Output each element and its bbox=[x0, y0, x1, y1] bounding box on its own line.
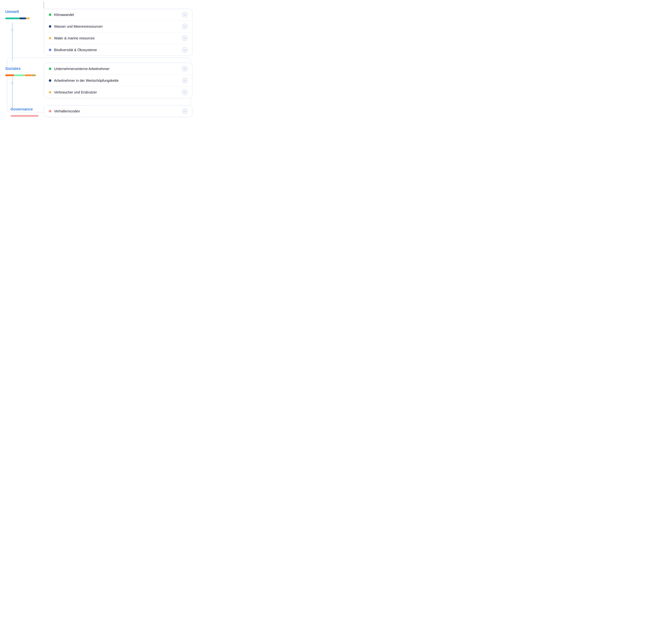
refresh-icon-8 bbox=[184, 110, 186, 112]
arbeitnehmer-wertschoepfung-action[interactable] bbox=[182, 78, 187, 83]
soziales-section: Soziales Unternehmensinterne Arbeitnehme… bbox=[3, 61, 192, 98]
klimawandel-dot bbox=[49, 14, 51, 16]
umwelt-left: Umwelt bbox=[3, 9, 44, 19]
soziales-node-1 bbox=[11, 82, 13, 84]
biodiversitat-dot bbox=[49, 49, 51, 51]
biodiversitat-left: Biodiversität & Ökosysteme bbox=[49, 48, 97, 52]
soziales-bar-seg-2 bbox=[25, 74, 31, 76]
klimawandel-label: Klimawandel bbox=[54, 13, 74, 17]
unternehmensinterne-left: Unternehmensinterne Arbeitnehmer bbox=[49, 67, 109, 71]
arbeitnehmer-wertschoepfung-label: Arbeitnehmer in der Wertschöpfungskette bbox=[54, 78, 119, 83]
governance-label: Governance bbox=[11, 107, 44, 112]
umwelt-bar bbox=[5, 17, 40, 19]
umwelt-bar-seg-2 bbox=[26, 17, 30, 19]
klimawandel-left: Klimawandel bbox=[49, 13, 74, 17]
umwelt-bar-seg-1 bbox=[19, 17, 26, 19]
soziales-left: Soziales bbox=[3, 61, 44, 76]
umwelt-node-1 bbox=[11, 29, 13, 31]
governance-left: Governance bbox=[3, 103, 44, 117]
unternehmensinterne-label: Unternehmensinterne Arbeitnehmer bbox=[54, 67, 109, 71]
arbeitnehmer-wertschoepfung-row[interactable]: Arbeitnehmer in der Wertschöpfungskette bbox=[44, 75, 192, 86]
umwelt-connector-v bbox=[12, 23, 13, 61]
verhaltenscodex-dot bbox=[49, 110, 51, 112]
water-marine-label: Water & marine resources bbox=[54, 36, 95, 40]
governance-bar bbox=[11, 115, 45, 117]
verhaltenscodex-action[interactable] bbox=[182, 108, 187, 114]
soziales-label: Soziales bbox=[5, 66, 44, 71]
soziales-card-group: Unternehmensinterne Arbeitnehmer Arbeitn… bbox=[44, 63, 192, 98]
water-marine-action[interactable] bbox=[182, 35, 187, 41]
umwelt-top-connector bbox=[44, 2, 44, 9]
governance-bar-seg-0 bbox=[11, 115, 39, 117]
water-marine-row[interactable]: Water & marine resources bbox=[44, 32, 192, 44]
biodiversitat-label: Biodiversität & Ökosysteme bbox=[54, 48, 97, 52]
umwelt-card-group: Klimawandel Wasser und Meeresressourcen bbox=[44, 9, 192, 56]
klimawandel-action[interactable] bbox=[182, 12, 187, 17]
verbraucher-row[interactable]: Verbraucher und Endnutzer bbox=[44, 86, 192, 98]
verbraucher-action[interactable] bbox=[182, 90, 187, 95]
wasser-meeresressourcen-left: Wasser und Meeresressourcen bbox=[49, 25, 103, 29]
verbraucher-label: Verbraucher und Endnutzer bbox=[54, 90, 97, 94]
governance-section: Governance Verhaltenscodex bbox=[3, 103, 192, 119]
refresh-icon-2 bbox=[184, 25, 186, 28]
refresh-icon-7 bbox=[184, 91, 186, 93]
biodiversitat-row[interactable]: Biodiversität & Ökosysteme bbox=[44, 44, 192, 56]
arbeitnehmer-wertschoepfung-dot bbox=[49, 79, 51, 82]
verbraucher-left: Verbraucher und Endnutzer bbox=[49, 90, 97, 94]
refresh-icon-4 bbox=[184, 49, 186, 51]
soziales-bar bbox=[5, 74, 40, 76]
wasser-action[interactable] bbox=[182, 24, 187, 29]
unternehmensinterne-action[interactable] bbox=[182, 66, 187, 71]
klimawandel-row[interactable]: Klimawandel bbox=[44, 9, 192, 21]
unternehmensinterne-dot bbox=[49, 68, 51, 70]
main-layout: Umwelt Klimawandel bbox=[3, 9, 192, 119]
verhaltenscodex-label: Verhaltenscodex bbox=[54, 109, 80, 113]
verhaltenscodex-row[interactable]: Verhaltenscodex bbox=[44, 105, 192, 117]
umwelt-bar-seg-0 bbox=[5, 17, 19, 19]
water-marine-left: Water & marine resources bbox=[49, 36, 95, 40]
water-marine-dot bbox=[49, 37, 51, 39]
refresh-icon-5 bbox=[184, 68, 186, 70]
governance-cards: Verhaltenscodex bbox=[44, 103, 192, 119]
wasser-meeresressourcen-row[interactable]: Wasser und Meeresressourcen bbox=[44, 21, 192, 32]
biodiversitat-action[interactable] bbox=[182, 47, 187, 53]
wasser-meeresressourcen-label: Wasser und Meeresressourcen bbox=[54, 25, 103, 29]
umwelt-cards: Klimawandel Wasser und Meeresressourcen bbox=[44, 9, 192, 56]
verhaltenscodex-left: Verhaltenscodex bbox=[49, 109, 80, 113]
umwelt-section: Umwelt Klimawandel bbox=[3, 9, 192, 56]
arbeitnehmer-wertschoepfung-left: Arbeitnehmer in der Wertschöpfungskette bbox=[49, 78, 119, 83]
verbraucher-dot bbox=[49, 91, 51, 93]
refresh-icon bbox=[184, 14, 186, 16]
refresh-icon-6 bbox=[184, 79, 186, 82]
wasser-dot bbox=[49, 25, 51, 28]
soziales-bar-seg-0 bbox=[5, 74, 14, 76]
soziales-bar-seg-1 bbox=[14, 74, 25, 76]
soziales-cards: Unternehmensinterne Arbeitnehmer Arbeitn… bbox=[44, 61, 192, 98]
umwelt-label: Umwelt bbox=[5, 10, 44, 14]
governance-card-group: Verhaltenscodex bbox=[44, 105, 192, 117]
refresh-icon-3 bbox=[184, 37, 186, 39]
soziales-bar-seg-3 bbox=[31, 74, 36, 76]
unternehmensinterne-row[interactable]: Unternehmensinterne Arbeitnehmer bbox=[44, 63, 192, 75]
